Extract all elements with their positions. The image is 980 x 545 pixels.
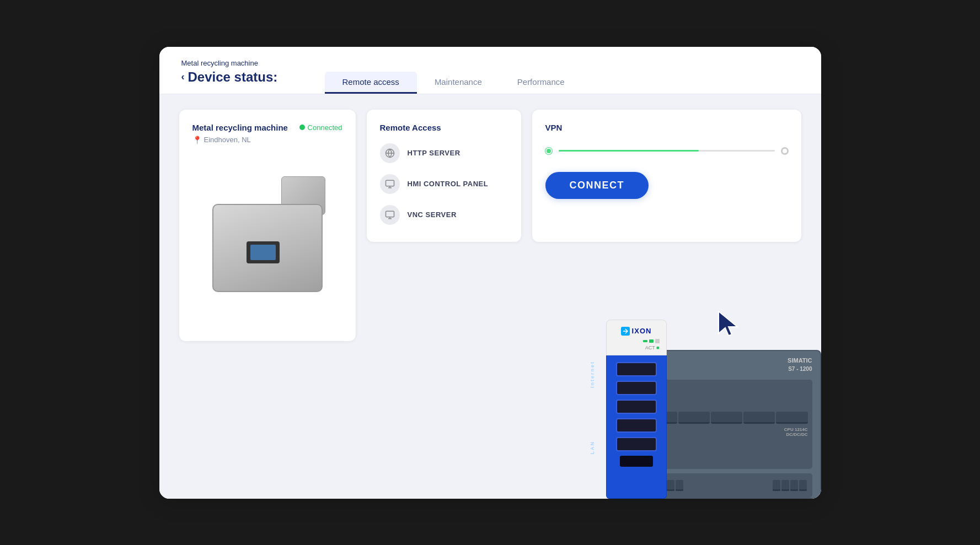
breadcrumb: Metal recycling machine xyxy=(181,59,799,67)
page-title: Device status: xyxy=(188,69,278,85)
svg-marker-4 xyxy=(719,311,737,336)
device-card: Metal recycling machine Connected 📍 Eind… xyxy=(179,110,356,341)
connect-button[interactable]: CONNECT xyxy=(545,172,649,199)
device-name: Metal recycling machine xyxy=(192,123,288,132)
header: Metal recycling machine ‹ Device status:… xyxy=(159,47,821,94)
vpn-slider-left-thumb xyxy=(545,148,552,154)
http-server-icon xyxy=(380,143,400,163)
remote-access-title: Remote Access xyxy=(380,123,508,132)
vpn-slider-right-thumb xyxy=(781,148,788,154)
http-server-label: HTTP SERVER xyxy=(408,149,460,157)
vpn-slider[interactable] xyxy=(545,148,788,154)
machine-panel xyxy=(247,241,280,263)
ixon-device: IXON ACT ■ LAN Internet xyxy=(606,320,667,499)
main-card: Metal recycling machine ‹ Device status:… xyxy=(159,47,821,499)
location-text: Eindhoven, NL xyxy=(204,136,251,144)
device-header: Metal recycling machine Connected xyxy=(192,123,342,132)
vpn-slider-track xyxy=(559,150,775,152)
body: Metal recycling machine Connected 📍 Eind… xyxy=(159,94,821,499)
remote-items-list: HTTP SERVER HMI CONTROL PANEL xyxy=(380,143,508,225)
tab-bar: Remote access Maintenance Performance xyxy=(325,72,582,94)
vnc-server-icon xyxy=(380,205,400,225)
back-button[interactable]: ‹ xyxy=(181,71,185,83)
status-badge: Connected xyxy=(299,123,342,132)
vnc-server-label: VNC SERVER xyxy=(408,211,457,219)
hmi-panel-icon xyxy=(380,174,400,194)
tab-remote-access[interactable]: Remote access xyxy=(325,72,417,94)
device-image-area xyxy=(192,154,342,298)
remote-item-hmi[interactable]: HMI CONTROL PANEL xyxy=(380,174,508,194)
remote-access-card: Remote Access HTTP SERVER xyxy=(367,110,521,242)
tab-maintenance[interactable]: Maintenance xyxy=(417,72,500,94)
status-label: Connected xyxy=(308,123,342,132)
machine-illustration xyxy=(199,176,336,298)
vpn-card: VPN CONNECT xyxy=(532,110,801,242)
device-location: 📍 Eindhoven, NL xyxy=(192,136,342,144)
tab-performance[interactable]: Performance xyxy=(500,72,582,94)
location-icon: 📍 xyxy=(192,136,202,144)
remote-item-http[interactable]: HTTP SERVER xyxy=(380,143,508,163)
machine-body xyxy=(212,204,323,292)
vpn-slider-fill xyxy=(559,150,699,152)
svg-rect-2 xyxy=(385,180,394,186)
remote-item-vnc[interactable]: VNC SERVER xyxy=(380,205,508,225)
machine-screen xyxy=(250,245,276,260)
svg-rect-3 xyxy=(385,211,394,217)
hmi-panel-label: HMI CONTROL PANEL xyxy=(408,180,489,188)
vpn-title: VPN xyxy=(545,123,788,132)
status-dot xyxy=(299,125,305,130)
